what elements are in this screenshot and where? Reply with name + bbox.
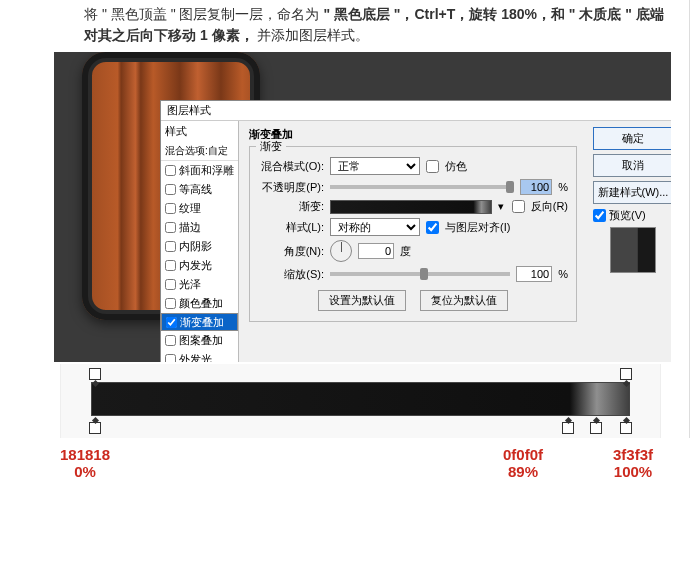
gradient-bar[interactable]	[91, 382, 630, 416]
scale-unit: %	[558, 268, 568, 280]
dialog-buttons-column: 确定 取消 新建样式(W)... 预览(V)	[587, 121, 671, 362]
effect-label: 颜色叠加	[179, 296, 223, 311]
effect-checkbox[interactable]	[165, 165, 176, 176]
effect-checkbox[interactable]	[165, 298, 176, 309]
effect-checkbox[interactable]	[165, 279, 176, 290]
opacity-input[interactable]	[520, 179, 552, 195]
new-style-button[interactable]: 新建样式(W)...	[593, 181, 671, 204]
blend-mode-label: 混合模式(O):	[258, 159, 324, 174]
color-stop-100[interactable]	[620, 422, 632, 434]
style-list-panel: 样式 混合选项:自定 斜面和浮雕等高线纹理描边内阴影内发光光泽颜色叠加渐变叠加图…	[161, 121, 239, 362]
effect-item[interactable]: 纹理	[161, 199, 238, 218]
effect-item[interactable]: 等高线	[161, 180, 238, 199]
reverse-checkbox[interactable]	[512, 200, 525, 213]
reset-default-button[interactable]: 复位为默认值	[420, 290, 508, 311]
ok-button[interactable]: 确定	[593, 127, 671, 150]
effect-checkbox[interactable]	[165, 203, 176, 214]
effect-item[interactable]: 内阴影	[161, 237, 238, 256]
blend-mode-select[interactable]: 正常	[330, 157, 420, 175]
effect-item[interactable]: 渐变叠加	[161, 313, 238, 331]
cancel-button[interactable]: 取消	[593, 154, 671, 177]
effect-label: 内阴影	[179, 239, 212, 254]
instr-p1c: 并添加图层样式。	[257, 27, 369, 43]
panel-title: 渐变叠加	[249, 127, 577, 142]
annotation-stop-89: 0f0f0f89%	[503, 447, 543, 480]
opacity-stop-right[interactable]	[620, 368, 632, 380]
effect-item[interactable]: 光泽	[161, 275, 238, 294]
angle-label: 角度(N):	[258, 244, 324, 259]
gradient-group: 渐变 混合模式(O): 正常 仿色 不透明度(P): %	[249, 146, 577, 322]
effect-label: 光泽	[179, 277, 201, 292]
effect-item[interactable]: 描边	[161, 218, 238, 237]
effect-item[interactable]: 颜色叠加	[161, 294, 238, 313]
color-stop-89[interactable]	[562, 422, 574, 434]
preview-checkbox[interactable]	[593, 209, 606, 222]
gradient-overlay-panel: 渐变叠加 渐变 混合模式(O): 正常 仿色 不透明度(P):	[239, 121, 587, 362]
annotation-stop-100: 3f3f3f100%	[613, 447, 653, 480]
gradient-editor-strip: 8f8f8f94% 1818180% 0f0f0f89% 3f3f3f100%	[60, 364, 661, 438]
effect-checkbox[interactable]	[165, 335, 176, 346]
effect-checkbox[interactable]	[165, 354, 176, 362]
angle-dial[interactable]	[330, 240, 352, 262]
dither-checkbox[interactable]	[426, 160, 439, 173]
effect-label: 等高线	[179, 182, 212, 197]
effect-label: 纹理	[179, 201, 201, 216]
angle-unit: 度	[400, 244, 411, 259]
align-label: 与图层对齐(I)	[445, 220, 510, 235]
effect-item[interactable]: 斜面和浮雕	[161, 161, 238, 180]
preview-swatch	[610, 227, 656, 273]
scale-label: 缩放(S):	[258, 267, 324, 282]
layer-effects-list: 斜面和浮雕等高线纹理描边内阴影内发光光泽颜色叠加渐变叠加图案叠加外发光	[161, 161, 238, 362]
style-label: 样式(L):	[258, 220, 324, 235]
style-select[interactable]: 对称的	[330, 218, 420, 236]
set-default-button[interactable]: 设置为默认值	[318, 290, 406, 311]
opacity-label: 不透明度(P):	[258, 180, 324, 195]
opacity-slider[interactable]	[330, 185, 514, 189]
blend-options-heading[interactable]: 混合选项:自定	[161, 142, 238, 161]
reverse-label: 反向(R)	[531, 199, 568, 214]
effect-label: 描边	[179, 220, 201, 235]
gradient-group-label: 渐变	[256, 139, 286, 154]
effect-checkbox[interactable]	[165, 184, 176, 195]
effect-checkbox[interactable]	[165, 260, 176, 271]
scale-input[interactable]	[516, 266, 552, 282]
gradient-label: 渐变:	[258, 199, 324, 214]
scale-slider[interactable]	[330, 272, 510, 276]
effect-label: 内发光	[179, 258, 212, 273]
effect-label: 渐变叠加	[180, 315, 224, 330]
gradient-picker[interactable]	[330, 200, 492, 214]
color-stop-0[interactable]	[89, 422, 101, 434]
effect-checkbox[interactable]	[166, 317, 177, 328]
dialog-title[interactable]: 图层样式	[161, 101, 671, 121]
effect-label: 图案叠加	[179, 333, 223, 348]
effect-item[interactable]: 外发光	[161, 350, 238, 362]
instruction-text: 将 " 黑色顶盖 " 图层复制一层，命名为 " 黑色底层 "，Ctrl+T，旋转…	[30, 0, 689, 52]
effect-checkbox[interactable]	[165, 222, 176, 233]
effect-label: 外发光	[179, 352, 212, 362]
layer-style-dialog: 图层样式 样式 混合选项:自定 斜面和浮雕等高线纹理描边内阴影内发光光泽颜色叠加…	[160, 100, 671, 362]
effect-label: 斜面和浮雕	[179, 163, 234, 178]
instr-p1a: 将 " 黑色顶盖 " 图层复制一层，命名为	[84, 6, 320, 22]
color-stop-94[interactable]	[590, 422, 602, 434]
preview-label: 预览(V)	[609, 208, 646, 223]
opacity-unit: %	[558, 181, 568, 193]
dither-label: 仿色	[445, 159, 467, 174]
annotation-stop-0: 1818180%	[60, 447, 110, 480]
angle-input[interactable]	[358, 243, 394, 259]
styles-heading: 样式	[161, 121, 238, 142]
effect-checkbox[interactable]	[165, 241, 176, 252]
opacity-stop-left[interactable]	[89, 368, 101, 380]
effect-item[interactable]: 图案叠加	[161, 331, 238, 350]
align-checkbox[interactable]	[426, 221, 439, 234]
effect-item[interactable]: 内发光	[161, 256, 238, 275]
preview-canvas: 图层样式 样式 混合选项:自定 斜面和浮雕等高线纹理描边内阴影内发光光泽颜色叠加…	[54, 52, 671, 362]
